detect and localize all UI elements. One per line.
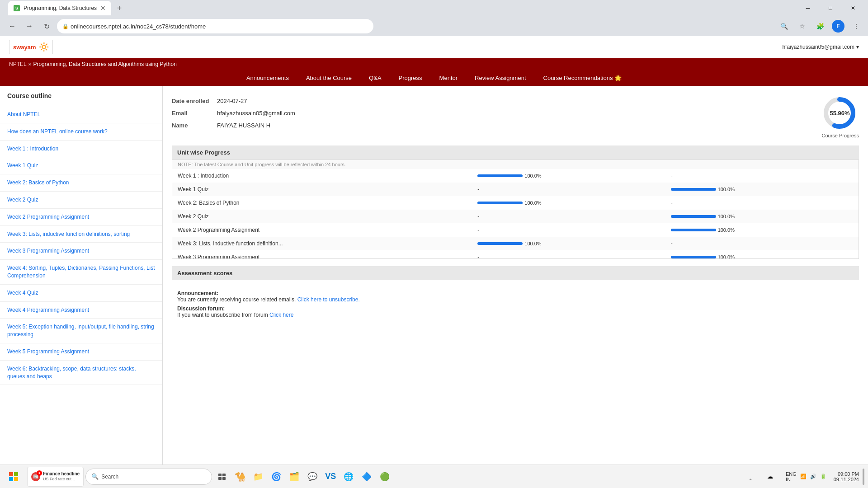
progress-bar-2: 100.0% [665, 250, 859, 259]
sidebar-item-week3-prog[interactable]: Week 3 Programming Assignment [0, 243, 162, 260]
file-explorer-icon[interactable]: 📁 [250, 469, 266, 485]
forward-button[interactable]: → [23, 19, 36, 33]
sidebar-item-week4-sorting[interactable]: Week 4: Sorting, Tuples, Dictionaries, P… [0, 260, 162, 285]
nav-about[interactable]: About the Course [304, 70, 354, 86]
progress-bar-1: - [472, 210, 665, 223]
search-icon: 🔍 [91, 473, 99, 480]
copilot-icon[interactable]: 🌀 [268, 469, 284, 485]
svg-rect-4 [9, 477, 13, 481]
sidebar-item-week1-quiz[interactable]: Week 1 Quiz [0, 157, 162, 174]
nav-recommendations[interactable]: Course Recommendations 🌟 [542, 70, 624, 86]
sidebar-item-how-works[interactable]: How does an NPTEL online course work? [0, 123, 162, 141]
breadcrumb-separator: » [28, 61, 32, 67]
active-tab[interactable]: S Programming, Data Structures ✕ [8, 1, 111, 15]
profile-button[interactable]: F [832, 20, 844, 33]
tab-label: Programming, Data Structures [24, 5, 97, 11]
nav-qa[interactable]: Q&A [367, 70, 383, 86]
progress-row: Week 2 Quiz- 100.0% [172, 210, 859, 223]
progress-note: NOTE: The latest Course and Unit progres… [172, 160, 859, 169]
reload-button[interactable]: ↻ [40, 19, 53, 33]
sound-icon[interactable]: 🔊 [810, 474, 816, 479]
progress-row: Week 3 Programming Assignment- 100.0% [172, 250, 859, 259]
announcement-text: You are currently receiving course relat… [177, 296, 296, 303]
sidebar-item-week3-lists[interactable]: Week 3: Lists, inductive function defini… [0, 226, 162, 243]
svg-rect-3 [14, 472, 18, 476]
tab-favicon: S [14, 5, 20, 11]
taskbar: 📰 1 Finance headline US Fed rate cut... … [0, 465, 868, 488]
sidebar-item-week1-intro[interactable]: Week 1 : Introduction [0, 141, 162, 158]
extension-icon[interactable]: 🧩 [814, 20, 826, 33]
nav-announcements[interactable]: Announcements [245, 70, 291, 86]
news-ticker[interactable]: 📰 1 Finance headline US Fed rate cut... [27, 467, 84, 487]
tab-close-button[interactable]: ✕ [100, 5, 106, 12]
announcement-box: Announcement: You are currently receivin… [172, 286, 859, 323]
progress-scroll[interactable]: NOTE: The latest Course and Unit progres… [172, 160, 859, 259]
search-icon[interactable]: 🔍 [778, 20, 790, 33]
url-text: onlinecourses.nptel.ac.in/noc24_cs78/stu… [71, 23, 206, 30]
sidebar-item-week2-prog[interactable]: Week 2 Programming Assignment [0, 209, 162, 226]
start-button[interactable] [4, 467, 24, 487]
address-bar[interactable]: 🔒 onlinecourses.nptel.ac.in/noc24_cs78/s… [57, 19, 373, 33]
progress-row-name: Week 1 : Introduction [172, 169, 472, 183]
sidebar-item-week5-prog[interactable]: Week 5 Programming Assignment [0, 343, 162, 361]
sidebar-item-week4-prog[interactable]: Week 4 Programming Assignment [0, 302, 162, 319]
progress-bar-2: 100.0% [665, 223, 859, 237]
progress-row: Week 3: Lists, inductive function defini… [172, 237, 859, 250]
chrome-icon[interactable]: 🌐 [340, 469, 357, 485]
nav-progress[interactable]: Progress [397, 70, 424, 86]
progress-bar-2: 100.0% [665, 210, 859, 223]
camel-app-icon[interactable]: 🐪 [232, 469, 248, 485]
new-tab-button[interactable]: + [113, 2, 126, 14]
breadcrumb-nptel[interactable]: NPTEL [9, 61, 27, 67]
close-button[interactable]: ✕ [843, 1, 863, 15]
system-clock[interactable]: 09:00 PM 09-11-2024 [834, 471, 859, 482]
progress-row-name: Week 3 Programming Assignment [172, 250, 472, 259]
minimize-button[interactable]: ─ [797, 1, 818, 15]
progress-bar-1: 100.0% [472, 196, 665, 210]
main-navigation: Announcements About the Course Q&A Progr… [0, 70, 868, 86]
system-tray: ENG IN 📶 🔊 🔋 [782, 471, 830, 482]
progress-bar-1: 100.0% [472, 237, 665, 250]
menu-icon[interactable]: ⋮ [850, 20, 863, 33]
sidebar-item-week2-basics[interactable]: Week 2: Basics of Python [0, 174, 162, 192]
nav-review[interactable]: Review Assignment [473, 70, 528, 86]
taskbar-right: ‸ ☁ ENG IN 📶 🔊 🔋 09:00 PM 09-11-2024 [742, 469, 864, 485]
swayam-logo: swayam [13, 44, 36, 51]
announcement-label: Announcement: [177, 290, 218, 296]
email-label: Email [172, 107, 217, 119]
wifi-icon[interactable]: 📶 [800, 474, 807, 479]
date-enrolled-value: 2024-07-27 [217, 95, 302, 107]
extra-icon[interactable]: 🟢 [377, 469, 393, 485]
vscode-icon[interactable]: VS [322, 469, 339, 485]
chevron-up-icon[interactable]: ‸ [742, 469, 759, 485]
task-view-button[interactable] [214, 469, 230, 485]
progress-row: Week 1 Quiz- 100.0% [172, 183, 859, 196]
user-dropdown-icon: ▾ [856, 44, 859, 50]
edge-icon[interactable]: 🔷 [359, 469, 375, 485]
whatsapp-icon[interactable]: 💬 [304, 469, 321, 485]
sidebar-item-week5-exception[interactable]: Week 5: Exception handling, input/output… [0, 319, 162, 343]
sidebar-item-week6-backtracking[interactable]: Week 6: Backtracking, scope, data struct… [0, 361, 162, 385]
show-desktop-button[interactable] [863, 469, 864, 485]
news-text: Finance headline US Fed rate cut... [43, 471, 80, 482]
name-label: Name [172, 119, 217, 131]
forum-unsubscribe-link[interactable]: Click here [269, 312, 293, 318]
site-header: swayam 🔆 hfaiyazhussain05@gmail.com ▾ [0, 36, 868, 58]
maximize-button[interactable]: □ [820, 1, 841, 15]
sidebar-item-week2-quiz[interactable]: Week 2 Quiz [0, 192, 162, 209]
news-dot: 📰 1 [31, 472, 40, 481]
user-menu[interactable]: hfaiyazhussain05@gmail.com ▾ [782, 44, 859, 50]
bookmark-icon[interactable]: ☆ [796, 20, 808, 33]
nav-mentor[interactable]: Mentor [438, 70, 459, 86]
cloud-icon[interactable]: ☁ [762, 469, 778, 485]
progress-label: Course Progress [821, 133, 859, 138]
progress-bar-1: - [472, 183, 665, 196]
sidebar-item-week4-quiz[interactable]: Week 4 Quiz [0, 285, 162, 302]
back-button[interactable]: ← [5, 19, 19, 33]
folder-icon[interactable]: 🗂️ [286, 469, 302, 485]
unsubscribe-link[interactable]: Click here to unsubscribe. [297, 296, 360, 303]
sidebar-item-about-nptel[interactable]: About NPTEL [0, 106, 162, 123]
taskbar-search[interactable]: 🔍 Search [85, 469, 212, 485]
clock-time: 09:00 PM [834, 471, 859, 477]
date-enrolled-label: Date enrolled [172, 95, 217, 107]
